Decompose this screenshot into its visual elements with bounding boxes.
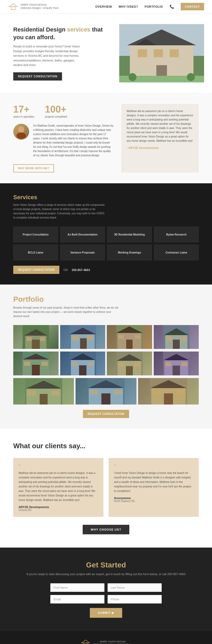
quote-mark-2: " <box>114 463 193 469</box>
phone-input[interactable] <box>108 595 162 603</box>
testimonial-quote-1: Matthew did an awesome job on a client's… <box>19 471 98 502</box>
nav-why-ivdes[interactable]: WHY IVDES? <box>119 5 138 8</box>
stat-years: 17+ years in operation <box>13 104 34 118</box>
svg-point-16 <box>16 132 26 139</box>
service-item-8[interactable]: Contractor Liaise <box>154 245 199 260</box>
testimonial-quote-2: I hired Inner Vision Design to design a … <box>114 471 193 493</box>
why-choose-cta: WHY CHOOSE US? <box>13 525 199 534</box>
svg-rect-39 <box>166 337 172 341</box>
nav-contact-button[interactable]: CONTACT <box>181 3 204 10</box>
stat-years-number: 17+ <box>13 104 34 115</box>
portfolio-image-4[interactable] <box>154 325 199 349</box>
svg-marker-0 <box>9 4 17 7</box>
form-name-row <box>50 583 162 592</box>
svg-rect-46 <box>41 362 48 366</box>
testimonial-location-2: North Saanich BC <box>114 500 193 503</box>
portfolio-description: Browse through some of our past projects… <box>13 306 119 318</box>
portfolio-section: Portfolio Browse through some of our pas… <box>0 285 212 429</box>
portfolio-image-10[interactable] <box>76 378 136 405</box>
svg-rect-27 <box>72 336 79 340</box>
hero-description: Ready to build or renovate your home? In… <box>13 44 82 68</box>
portfolio-image-11[interactable] <box>138 378 199 405</box>
svg-rect-21 <box>26 337 32 341</box>
svg-rect-50 <box>79 365 86 375</box>
svg-rect-75 <box>90 390 98 394</box>
svg-rect-64 <box>181 362 187 366</box>
svg-rect-34 <box>135 335 140 339</box>
testimonials-title: What our clients say... <box>13 442 199 450</box>
footer-logo-text: INNER VISION DESIGN Distinctive Designs … <box>94 640 132 644</box>
svg-rect-38 <box>173 340 180 349</box>
portfolio-image-5[interactable] <box>13 352 59 375</box>
stat-projects-label: projects completed <box>45 115 67 118</box>
svg-rect-74 <box>101 393 111 405</box>
svg-rect-82 <box>176 390 184 394</box>
footer-logo[interactable]: INNER VISION DESIGN Distinctive Designs … <box>13 639 199 644</box>
testimonial-card-2: " I hired Inner Vision Design to design … <box>109 458 199 517</box>
svg-rect-40 <box>180 337 186 341</box>
logo-text: INNER VISION DESIGN Distinctive Designs … <box>21 3 59 10</box>
services-cta-button[interactable]: REQUEST CONSULTATION <box>13 266 59 274</box>
testimonial-text: Matthew did an awesome job on a client's… <box>127 109 193 143</box>
testimonial-name-1: ARYZE Developments <box>19 505 98 509</box>
portfolio-image-9[interactable] <box>13 378 74 405</box>
hero-section: Residential Design services that you can… <box>0 14 212 93</box>
svg-rect-58 <box>134 363 140 367</box>
service-item-2[interactable]: As Built Documentation <box>60 226 105 242</box>
svg-rect-10 <box>170 49 179 57</box>
nav-overview[interactable]: OVERVIEW <box>95 5 112 8</box>
svg-rect-52 <box>88 362 94 366</box>
svg-rect-8 <box>138 49 147 57</box>
service-item-7[interactable]: Working Drawings <box>107 245 152 260</box>
why-work-button[interactable]: WHY WORK WITH ME? <box>13 164 54 172</box>
svg-rect-76 <box>114 390 122 394</box>
testimonial-location-1: Victoria BC <box>19 509 98 512</box>
hero-cta-button[interactable]: REQUEST CONSULTATION <box>13 72 62 81</box>
svg-rect-28 <box>87 336 93 340</box>
service-item-3[interactable]: 3D Residential Modeling <box>107 226 152 242</box>
portfolio-image-1[interactable] <box>13 325 59 349</box>
portfolio-cta-button[interactable]: REQUEST CONSULTATION <box>83 410 129 418</box>
service-item-6[interactable]: Variance Proposals <box>60 245 105 260</box>
svg-rect-45 <box>24 362 30 366</box>
svg-rect-51 <box>72 362 78 366</box>
stat-projects: 100+ projects completed <box>45 104 67 118</box>
owner-bio: I'm Matthew Smith, owner/operator of Inn… <box>33 124 113 158</box>
service-item-1[interactable]: Project Consultation <box>13 226 58 242</box>
service-item-4[interactable]: Bylaw Research <box>154 226 199 242</box>
owner-row: I'm Matthew Smith, owner/operator of Inn… <box>13 124 113 158</box>
svg-point-13 <box>129 73 136 81</box>
avatar <box>13 124 29 140</box>
svg-rect-69 <box>28 391 36 396</box>
services-cta: REQUEST CONSULTATION OR 250-857-4663 <box>13 266 199 274</box>
first-name-input[interactable] <box>50 583 104 592</box>
why-choose-button[interactable]: WHY CHOOSE US? <box>83 525 129 534</box>
last-name-input[interactable] <box>108 583 162 592</box>
portfolio-image-3[interactable] <box>107 325 152 349</box>
service-item-5[interactable]: BCLS Liaise <box>13 245 58 260</box>
svg-rect-1 <box>11 7 15 10</box>
svg-rect-56 <box>126 366 133 375</box>
svg-rect-20 <box>32 340 40 349</box>
svg-rect-57 <box>119 363 125 367</box>
submit-button[interactable]: SUBMIT ▶ <box>90 608 122 618</box>
testimonial-name-2: Anonymous <box>114 496 193 500</box>
svg-rect-63 <box>165 362 171 366</box>
portfolio-image-6[interactable] <box>60 352 105 375</box>
svg-rect-70 <box>52 391 60 396</box>
nav-portfolio[interactable]: PORTFOLIO <box>145 5 163 8</box>
portfolio-grid-row2 <box>13 352 199 375</box>
services-section: Services Inner Vision Design offers a ra… <box>0 183 212 285</box>
logo[interactable]: INNER VISION DESIGN Distinctive Designs … <box>8 3 59 11</box>
nav-phone-icon[interactable]: 📞 <box>170 5 174 9</box>
portfolio-image-2[interactable] <box>60 325 105 349</box>
services-phone: 250-857-4663 <box>72 268 90 272</box>
svg-rect-84 <box>84 643 88 644</box>
stat-projects-number: 100+ <box>45 104 67 115</box>
portfolio-image-8[interactable] <box>154 352 199 375</box>
portfolio-image-7[interactable] <box>107 352 152 375</box>
email-input[interactable] <box>50 595 104 603</box>
services-or-text: OR <box>63 268 68 272</box>
navigation: INNER VISION DESIGN Distinctive Designs … <box>0 0 212 14</box>
services-description: Inner Vision Design offers a range of se… <box>13 203 106 220</box>
